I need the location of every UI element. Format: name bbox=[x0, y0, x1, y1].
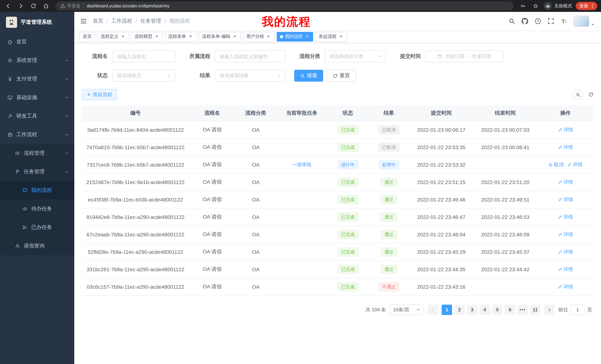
sidebar-item-devtools[interactable]: 研发工具 bbox=[0, 107, 74, 125]
cell-submit-time: 2022-01-22 23:43:16 bbox=[409, 278, 473, 295]
tab-close-icon[interactable]: × bbox=[266, 34, 271, 39]
detail-link[interactable]: 详情 bbox=[558, 179, 573, 185]
page-button-2[interactable]: 2 bbox=[454, 305, 465, 315]
sidebar-item-system[interactable]: 系统管理 bbox=[0, 51, 74, 70]
browser-update-button[interactable]: 更新 bbox=[576, 2, 597, 10]
detail-link[interactable]: 详情 bbox=[567, 161, 582, 168]
tab-close-icon[interactable]: × bbox=[188, 34, 193, 39]
cell-actions: 详情 bbox=[537, 226, 594, 243]
sidebar-item-done-task[interactable]: 已办任务 bbox=[0, 218, 74, 237]
breadcrumb-item[interactable]: 任务管理 bbox=[140, 18, 161, 25]
tab-close-icon[interactable]: × bbox=[305, 34, 310, 39]
header-search-button[interactable] bbox=[509, 18, 515, 25]
tab-my-process[interactable]: 我的流程× bbox=[277, 32, 313, 41]
search-button[interactable]: 搜索 bbox=[294, 70, 323, 82]
column-header-label: 流程分类 bbox=[245, 110, 266, 116]
detail-link[interactable]: 详情 bbox=[558, 213, 573, 220]
refresh-table-button[interactable] bbox=[588, 92, 594, 97]
end-time: 2022-01-23 00:08:41 bbox=[481, 144, 530, 150]
toggle-search-button[interactable] bbox=[573, 89, 583, 100]
browser-home-button[interactable] bbox=[42, 1, 50, 10]
sidebar-item-workflow[interactable]: 工作流程 bbox=[0, 125, 74, 144]
help-doc-button[interactable] bbox=[534, 18, 541, 25]
detail-link[interactable]: 详情 bbox=[558, 283, 573, 290]
address-bar[interactable]: 不安全 dashboard.yudao.iocoder.cn/bpm/task/… bbox=[56, 1, 513, 10]
page-button-5[interactable]: 5 bbox=[492, 305, 502, 315]
prev-page-button[interactable] bbox=[428, 305, 438, 315]
task-link[interactable]: 一级审批 bbox=[292, 161, 311, 168]
status-select[interactable]: 请选择状态 bbox=[112, 70, 175, 82]
process-name-input[interactable] bbox=[112, 50, 175, 62]
detail-link[interactable]: 详情 bbox=[558, 249, 573, 255]
sidebar-item-leave-query[interactable]: 请假查询 bbox=[0, 237, 74, 255]
edit-icon bbox=[558, 284, 562, 289]
sidebar-item-infra[interactable]: 基础设施 bbox=[0, 88, 74, 107]
sidebar-item-process-mgmt[interactable]: 流程管理 bbox=[0, 144, 74, 163]
page-button-6[interactable]: 6 bbox=[505, 305, 515, 315]
column-header-label: 操作 bbox=[560, 110, 571, 116]
tab-close-icon[interactable]: × bbox=[232, 34, 237, 39]
tab-close-icon[interactable]: × bbox=[154, 34, 159, 39]
sidebar-toggle-button[interactable] bbox=[80, 18, 87, 25]
browser-refresh-button[interactable] bbox=[29, 1, 38, 10]
cell-end-time bbox=[473, 278, 537, 295]
sidebar-item-payment[interactable]: 支付管理 bbox=[0, 70, 74, 88]
tab-home[interactable]: 首页 bbox=[80, 32, 95, 41]
tab-start-process[interactable]: 发起流程× bbox=[315, 32, 347, 41]
edit-icon bbox=[558, 232, 562, 237]
goto-suffix: 页 bbox=[587, 306, 592, 313]
incognito-profile-chip[interactable]: 无痕模式 bbox=[544, 2, 572, 10]
sidebar-item-todo-task[interactable]: 待办任务 bbox=[0, 200, 74, 218]
next-page-button[interactable] bbox=[544, 305, 555, 315]
sidebar-item-task-mgmt[interactable]: 任务管理 bbox=[0, 163, 74, 181]
avatar bbox=[573, 16, 589, 27]
detail-link[interactable]: 详情 bbox=[558, 144, 573, 151]
page-size-select[interactable]: 10条/页 bbox=[390, 305, 424, 315]
bookmark-star-button[interactable] bbox=[531, 1, 540, 10]
sidebar-item-home[interactable]: 首页 bbox=[0, 33, 74, 51]
browser-back-button[interactable] bbox=[4, 1, 13, 10]
cancel-link[interactable]: 取消 bbox=[548, 161, 563, 168]
page-more-button[interactable]: ••• bbox=[517, 305, 528, 315]
user-avatar-dropdown[interactable] bbox=[573, 16, 595, 27]
cell-result: 通过 bbox=[368, 173, 409, 191]
cell-actions: 详情 bbox=[537, 121, 594, 138]
breadcrumb-item[interactable]: 首页 bbox=[93, 18, 103, 25]
goto-page-input[interactable] bbox=[570, 305, 585, 315]
column-header: 提交时间 bbox=[409, 105, 473, 121]
tab-user-group[interactable]: 用户分组× bbox=[243, 32, 274, 41]
tab-process-form[interactable]: 流程表单× bbox=[165, 32, 197, 41]
sidebar-item-my-process[interactable]: 我的流程 bbox=[0, 181, 74, 200]
sidebar-logo[interactable]: 芋道管理系统 bbox=[0, 12, 74, 33]
table-row: 67c2eaab-7b9a-11ec-a290-acde48001122OA 请… bbox=[82, 226, 594, 243]
security-indicator[interactable]: 不安全 bbox=[60, 3, 80, 9]
tab-process-model[interactable]: 流程模型× bbox=[131, 32, 163, 41]
detail-link[interactable]: 详情 bbox=[558, 266, 573, 273]
detail-link[interactable]: 详情 bbox=[558, 126, 573, 133]
fullscreen-button[interactable] bbox=[548, 18, 554, 25]
breadcrumb-item[interactable]: 工作流程 bbox=[111, 18, 132, 25]
process-def-input[interactable] bbox=[215, 50, 285, 62]
font-size-button[interactable] bbox=[561, 18, 567, 25]
tab-close-icon[interactable]: × bbox=[120, 34, 126, 39]
reset-button[interactable]: 重置 bbox=[327, 70, 356, 82]
tab-process-form-edit[interactable]: 流程表单-编辑× bbox=[199, 32, 241, 41]
create-process-button[interactable]: 发起流程 bbox=[82, 89, 117, 100]
page-button-3[interactable]: 3 bbox=[467, 305, 477, 315]
password-key-button[interactable] bbox=[519, 1, 527, 10]
page-button-11[interactable]: 11 bbox=[530, 305, 541, 315]
tab-process-definition[interactable]: 流程定义× bbox=[97, 32, 129, 41]
submit-time-range-picker[interactable]: 开始日期 - 结束日期 bbox=[425, 50, 503, 62]
filter-category: 流程分类 请选择流程分类 bbox=[294, 50, 386, 62]
detail-link[interactable]: 详情 bbox=[558, 196, 573, 203]
browser-forward-button[interactable] bbox=[16, 1, 25, 10]
detail-link[interactable]: 详情 bbox=[558, 231, 573, 238]
tab-close-icon[interactable]: × bbox=[338, 34, 344, 39]
select-placeholder: 请选择流程分类 bbox=[330, 53, 363, 60]
page-button-1[interactable]: 1 bbox=[442, 305, 452, 315]
sidebar-item-label: 基础设施 bbox=[16, 94, 37, 101]
github-link[interactable] bbox=[521, 18, 528, 25]
category-select[interactable]: 请选择流程分类 bbox=[325, 50, 386, 62]
result-select[interactable]: 请选择流结果 bbox=[215, 70, 285, 82]
page-button-4[interactable]: 4 bbox=[480, 305, 490, 315]
